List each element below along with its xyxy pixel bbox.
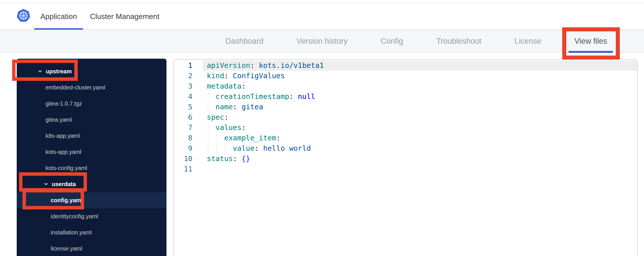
tree-item-label: config.yaml [51, 197, 83, 204]
code-line-5[interactable]: 5 name: gitea [174, 102, 637, 112]
code-text: name: gitea [203, 102, 637, 112]
chevron-down-icon [43, 182, 49, 187]
code-line-7[interactable]: 7 values: [174, 123, 637, 133]
tree-file-gitea-yaml[interactable]: gitea.yaml [17, 112, 166, 128]
indent-guide [208, 92, 208, 101]
indent-guide [225, 144, 226, 153]
line-number: 7 [174, 123, 203, 133]
app-navbar: DashboardVersion historyConfigTroublesho… [0, 30, 644, 53]
tree-item-label: upstream [46, 68, 72, 75]
nav-item-dashboard[interactable]: Dashboard [220, 30, 269, 52]
line-number: 10 [174, 154, 203, 164]
tree-file-config-yaml[interactable]: config.yaml [17, 192, 166, 208]
tree-item-label: identityconfig.yaml [51, 213, 98, 220]
code-text: value: hello world [203, 143, 637, 154]
tree-item-label: gitea.yaml [46, 116, 72, 123]
code-line-4[interactable]: 4 creationTimestamp: null [174, 91, 637, 102]
indent-guide [217, 134, 217, 142]
line-number: 1 [174, 60, 203, 71]
nav-item-license[interactable]: License [509, 30, 547, 52]
code-text: kind: ConfigValues [203, 71, 637, 81]
code-line-9[interactable]: 9 value: hello world [174, 143, 637, 154]
header-tab-application[interactable]: Application [34, 3, 83, 30]
indent-guide [208, 134, 208, 142]
tree-item-label: kots-app.yaml [46, 149, 82, 155]
app-header: ApplicationCluster Management [0, 3, 644, 30]
chevron-down-icon [37, 69, 43, 74]
tree-file-k8s-app-yaml[interactable]: k8s-app.yaml [17, 128, 166, 144]
line-number: 6 [174, 112, 203, 123]
code-text: spec: [203, 112, 637, 123]
tree-item-label: gitea-1.0.7.tgz [46, 100, 82, 107]
tree-item-label: embedded-cluster.yaml [46, 84, 105, 91]
tree-item-label: userdata [52, 181, 76, 188]
code-text: status: {} [203, 154, 637, 164]
indent-guide [208, 123, 208, 132]
nav-item-view-files[interactable]: View files [569, 30, 613, 52]
code-line-8[interactable]: 8 example_item: [174, 133, 637, 143]
line-number: 2 [174, 71, 203, 81]
tree-item-label: installation.yaml [51, 229, 92, 236]
indent-guide [208, 103, 208, 111]
tree-file-installation-yaml[interactable]: installation.yaml [17, 224, 166, 240]
code-line-11[interactable]: 11 [174, 164, 637, 174]
tree-folder-upstream[interactable]: upstream [17, 63, 166, 79]
line-number: 5 [174, 102, 203, 112]
tree-item-label: license.yaml [51, 245, 82, 252]
indent-guide [208, 144, 208, 153]
indent-guide [217, 144, 217, 153]
tree-file-identityconfig-yaml[interactable]: identityconfig.yaml [17, 208, 166, 224]
code-editor[interactable]: 1apiVersion: kots.io/v1beta12kind: Confi… [173, 59, 638, 256]
code-text: apiVersion: kots.io/v1beta1 [203, 60, 637, 71]
top-tabs: ApplicationCluster Management [34, 3, 166, 30]
code-line-10[interactable]: 10status: {} [174, 154, 637, 164]
code-line-2[interactable]: 2kind: ConfigValues [174, 71, 637, 81]
kubernetes-logo-icon [17, 9, 30, 22]
line-number: 8 [174, 133, 203, 143]
tree-folder-userdata[interactable]: userdata [17, 176, 166, 192]
code-text: creationTimestamp: null [203, 91, 637, 102]
kots-admin-console: ApplicationCluster Management DashboardV… [0, 0, 644, 256]
code-text: example_item: [203, 133, 637, 143]
code-text: metadata: [203, 81, 637, 91]
tree-item-label: kots-config.yaml [46, 165, 87, 171]
code-line-3[interactable]: 3metadata: [174, 81, 637, 91]
file-tree: upstreamembedded-cluster.yamlgitea-1.0.7… [17, 59, 166, 256]
code-line-6[interactable]: 6spec: [174, 112, 637, 123]
line-number: 3 [174, 81, 203, 91]
nav-item-troubleshoot[interactable]: Troubleshoot [431, 30, 487, 52]
line-number: 9 [174, 143, 203, 154]
tree-file-embedded-cluster-yaml[interactable]: embedded-cluster.yaml [17, 79, 166, 95]
nav-item-config[interactable]: Config [375, 30, 409, 52]
tree-item-label: k8s-app.yaml [46, 133, 80, 139]
nav-item-version-history[interactable]: Version history [291, 30, 353, 52]
tree-file-kots-app-yaml[interactable]: kots-app.yaml [17, 144, 166, 160]
code-text [203, 164, 637, 174]
tree-file-kots-config-yaml[interactable]: kots-config.yaml [17, 160, 166, 176]
header-tab-cluster-management[interactable]: Cluster Management [84, 3, 165, 30]
line-number: 4 [174, 91, 203, 102]
code-text: values: [203, 123, 637, 133]
tree-file-gitea-1-0-7-tgz[interactable]: gitea-1.0.7.tgz [17, 95, 166, 112]
code-lines: 1apiVersion: kots.io/v1beta12kind: Confi… [174, 60, 637, 174]
tree-file-license-yaml[interactable]: license.yaml [17, 240, 166, 256]
code-line-1[interactable]: 1apiVersion: kots.io/v1beta1 [174, 60, 637, 71]
line-number: 11 [174, 164, 203, 174]
